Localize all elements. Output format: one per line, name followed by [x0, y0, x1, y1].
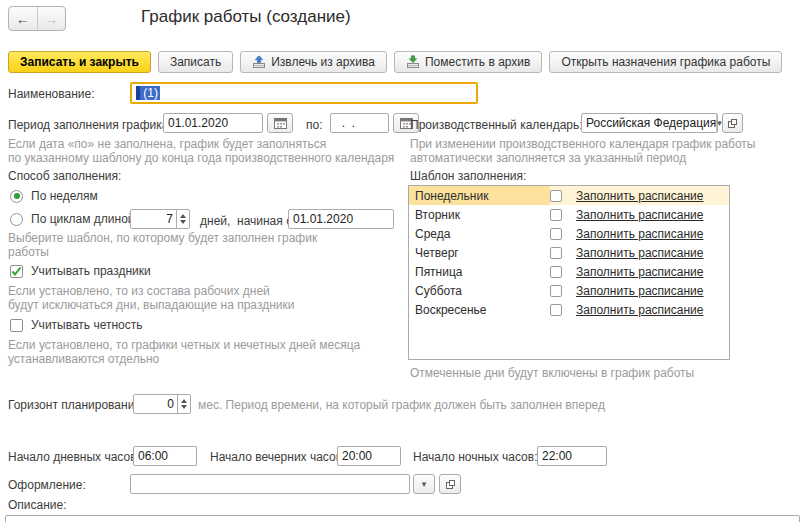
period-from-calendar-button[interactable] [267, 113, 293, 133]
checkbox-unchecked-icon [10, 319, 23, 332]
checkbox-unchecked-icon [550, 209, 562, 221]
extract-from-archive-button[interactable]: Извлечь из архива [240, 51, 387, 73]
period-to-input[interactable]: . . [330, 113, 389, 133]
table-row-thursday[interactable]: Четверг Заполнить расписание [409, 243, 729, 262]
table-row-monday[interactable]: Понедельник Заполнить расписание [409, 186, 729, 205]
step-up-icon [180, 214, 186, 218]
table-row-tuesday[interactable]: Вторник Заполнить расписание [409, 205, 729, 224]
day-checkbox[interactable] [550, 224, 576, 243]
name-label: Наименование: [8, 87, 95, 101]
radio-by-cycles[interactable]: По циклам длиной [10, 212, 135, 226]
period-to-label: по: [306, 118, 323, 132]
day-checkbox[interactable] [550, 262, 576, 281]
day-cell[interactable]: Вторник [409, 205, 550, 224]
chevron-down-icon[interactable]: ▾ [716, 114, 722, 132]
name-value: (1) [136, 86, 160, 100]
consider-holidays-label: Учитывать праздники [31, 264, 151, 278]
step-down-icon [181, 405, 187, 409]
open-assignments-button[interactable]: Открыть назначения графика работы [549, 51, 782, 73]
put-to-archive-button[interactable]: Поместить в архив [394, 51, 543, 73]
night-hours-label: Начало ночных часов: [413, 450, 537, 464]
appearance-input[interactable] [130, 474, 410, 494]
period-label: Период заполнения графика с: [8, 118, 181, 132]
period-from-input[interactable]: 01.01.2020 [163, 113, 263, 133]
fill-schedule-link[interactable]: Заполнить расписание [576, 227, 703, 241]
stepper-buttons[interactable] [176, 210, 189, 228]
day-checkbox[interactable] [550, 281, 576, 300]
checkbox-unchecked-icon [550, 266, 562, 278]
description-textarea[interactable] [5, 515, 800, 522]
fill-method-hint-line2: работы [8, 245, 49, 259]
days-suffix-label: дней, [200, 214, 230, 228]
name-input[interactable]: (1) [130, 82, 478, 104]
save-button[interactable]: Записать [158, 51, 233, 73]
template-table-footer: Отмеченные дни будут включены в график р… [410, 366, 694, 380]
appearance-open-button[interactable] [439, 474, 461, 494]
cycle-start-input[interactable]: 01.01.2020 [288, 209, 394, 229]
prod-calendar-combo[interactable]: Российская Федерация ▾ [581, 113, 718, 133]
prod-calendar-hint-line1: При изменении производственного календар… [410, 137, 755, 151]
fill-schedule-link[interactable]: Заполнить расписание [576, 189, 703, 203]
table-row-friday[interactable]: Пятница Заполнить расписание [409, 262, 729, 281]
night-hours-input[interactable]: 22:00 [537, 446, 607, 466]
by-cycles-label: По циклам длиной [31, 212, 135, 226]
back-button[interactable]: ← [9, 7, 38, 30]
day-cell[interactable]: Понедельник [409, 186, 550, 205]
period-hint-line2: по указанному шаблону до конца года прои… [8, 151, 394, 165]
fill-schedule-link[interactable]: Заполнить расписание [576, 265, 703, 279]
parity-hint-line2: устанавливаются отдельно [8, 352, 159, 366]
back-icon: ← [16, 11, 30, 27]
day-cell[interactable]: Суббота [409, 281, 550, 300]
prod-calendar-open-button[interactable] [722, 113, 743, 133]
checkbox-unchecked-icon [550, 304, 562, 316]
horizon-hint: мес. Период времени, на который график д… [198, 398, 605, 412]
table-row-sunday[interactable]: Воскресенье Заполнить расписание [409, 300, 729, 319]
day-cell[interactable]: Среда [409, 224, 550, 243]
fill-schedule-link[interactable]: Заполнить расписание [576, 208, 703, 222]
fill-method-label: Способ заполнения: [8, 169, 121, 183]
table-row-wednesday[interactable]: Среда Заполнить расписание [409, 224, 729, 243]
open-form-icon [445, 479, 456, 490]
stepper-buttons[interactable] [177, 395, 190, 413]
horizon-stepper[interactable]: 0 [133, 394, 191, 414]
day-checkbox[interactable] [550, 205, 576, 224]
holidays-hint-line1: Если установлено, то из состава рабочих … [8, 284, 270, 298]
day-hours-input[interactable]: 06:00 [133, 446, 197, 466]
cycle-length-stepper[interactable]: 7 [130, 209, 190, 229]
fill-template-table: Понедельник Заполнить расписание Вторник… [408, 185, 730, 360]
day-cell[interactable]: Пятница [409, 262, 550, 281]
fill-method-hint-line1: Выберите шаблон, по которому будет запол… [8, 231, 317, 245]
parity-hint-line1: Если установлено, то графики четных и не… [8, 338, 360, 352]
fill-schedule-link[interactable]: Заполнить расписание [576, 246, 703, 260]
day-cell[interactable]: Четверг [409, 243, 550, 262]
evening-hours-label: Начало вечерних часов: [210, 450, 345, 464]
day-cell[interactable]: Воскресенье [409, 300, 550, 319]
evening-hours-input[interactable]: 20:00 [337, 446, 401, 466]
horizon-label: Горизонт планирования: [8, 398, 144, 412]
history-nav: ← → [8, 6, 66, 31]
forward-button[interactable]: → [38, 7, 66, 30]
fill-schedule-link[interactable]: Заполнить расписание [576, 284, 703, 298]
appearance-dropdown-button[interactable]: ▾ [413, 474, 435, 494]
period-hint-line1: Если дата «по» не заполнена, график буде… [8, 137, 326, 151]
forward-icon: → [44, 11, 58, 27]
checkbox-unchecked-icon [550, 285, 562, 297]
save-and-close-button[interactable]: Записать и закрыть [8, 51, 151, 73]
consider-parity-checkbox[interactable]: Учитывать четность [10, 318, 143, 332]
put-to-archive-label: Поместить в архив [425, 55, 531, 69]
fill-schedule-link[interactable]: Заполнить расписание [576, 303, 703, 317]
day-checkbox[interactable] [550, 186, 576, 205]
extract-archive-icon [252, 55, 266, 69]
radio-by-weeks[interactable]: По неделям [10, 189, 98, 203]
work-schedule-create-form: ← → График работы (создание) Записать и … [0, 0, 806, 522]
day-checkbox[interactable] [550, 243, 576, 262]
checkbox-checked-icon [10, 265, 23, 278]
chevron-down-icon: ▾ [422, 479, 427, 489]
holidays-hint-line2: будут исключаться дни, выпадающие на пра… [8, 298, 294, 312]
step-up-icon [181, 399, 187, 403]
table-row-saturday[interactable]: Суббота Заполнить расписание [409, 281, 729, 300]
calendar-icon [274, 117, 287, 129]
day-checkbox[interactable] [550, 300, 576, 319]
consider-holidays-checkbox[interactable]: Учитывать праздники [10, 264, 151, 278]
description-label: Описание: [8, 498, 67, 512]
